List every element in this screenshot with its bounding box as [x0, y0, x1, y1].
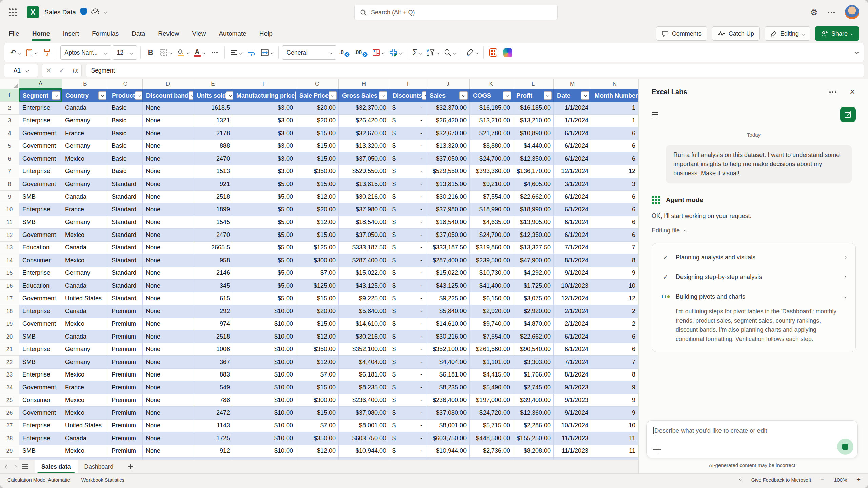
cell[interactable]: $37,080.00 — [339, 407, 389, 420]
cell[interactable]: $603,750.00 — [426, 432, 470, 445]
column-header-A[interactable]: A — [19, 79, 62, 89]
sensitivity-shield-icon[interactable] — [80, 7, 87, 17]
cell[interactable]: Basic — [108, 127, 143, 140]
cell[interactable]: $14,610.00 — [426, 318, 470, 331]
cell[interactable]: $15.00 — [296, 140, 339, 153]
cell[interactable]: Basic — [108, 152, 143, 165]
cell[interactable]: 10 — [591, 420, 638, 432]
cell[interactable]: $32,370.00 — [339, 102, 389, 115]
cell[interactable]: $3.00 — [233, 127, 296, 140]
copilot-icon[interactable] — [501, 45, 514, 60]
cell[interactable]: None — [143, 280, 193, 292]
cell[interactable]: Standard — [108, 267, 143, 280]
zoom-level[interactable]: 100% — [834, 477, 847, 483]
cell[interactable]: 12/1/2024 — [554, 165, 591, 178]
agent-step-running[interactable]: Building pivots and charts — [652, 287, 855, 306]
paste-button[interactable] — [24, 45, 39, 60]
cell[interactable]: $333,187.50 — [426, 242, 470, 255]
cell[interactable]: $6,150.00 — [470, 292, 513, 305]
row-header-21[interactable]: 21 — [0, 343, 19, 356]
cell[interactable]: $37,050.00 — [339, 229, 389, 242]
cell[interactable]: $4,404.00 — [426, 356, 470, 369]
editing-file-toggle[interactable]: Editing file — [652, 227, 856, 234]
cell[interactable]: $1,101.00 — [470, 356, 513, 369]
cell[interactable]: 6/1/2024 — [554, 216, 591, 229]
cell[interactable]: $- — [389, 178, 426, 191]
cell[interactable]: 11 — [591, 432, 638, 445]
cell[interactable]: Canada — [62, 432, 108, 445]
cell[interactable]: $- — [389, 152, 426, 165]
cell[interactable]: $- — [389, 394, 426, 407]
row-header-19[interactable]: 19 — [0, 318, 19, 331]
cell[interactable]: 1143 — [193, 420, 233, 432]
user-avatar[interactable] — [845, 5, 859, 19]
column-header-L[interactable]: L — [513, 79, 554, 89]
cell[interactable]: Germany — [62, 165, 108, 178]
cell[interactable]: Standard — [108, 292, 143, 305]
decrease-decimal-button[interactable]: .0 — [338, 45, 351, 60]
cell[interactable]: $12,360.00 — [513, 407, 554, 420]
cell[interactable]: 367 — [193, 356, 233, 369]
excel-labs-addin-icon[interactable] — [487, 45, 500, 60]
chat-input[interactable]: Describe what you'd like to create or ed… — [646, 420, 858, 458]
cell[interactable]: 6 — [591, 330, 638, 343]
undo-button[interactable]: ↶ — [8, 45, 22, 60]
row-header-27[interactable]: 27 — [0, 420, 19, 432]
cell[interactable]: $155,250.00 — [513, 432, 554, 445]
font-name-select[interactable]: Aptos Narr... — [60, 45, 111, 60]
cell[interactable]: $15,022.00 — [426, 267, 470, 280]
cell[interactable]: 888 — [193, 140, 233, 153]
autosave-cloud-icon[interactable] — [91, 8, 100, 17]
cell[interactable]: $4,440.00 — [513, 140, 554, 153]
cell[interactable]: $2,920.00 — [470, 305, 513, 318]
filter-button[interactable] — [503, 92, 511, 100]
cell[interactable]: 9 — [591, 381, 638, 394]
cell[interactable]: 1725 — [193, 432, 233, 445]
cell[interactable]: None — [143, 318, 193, 331]
cell[interactable]: $30,216.00 — [339, 191, 389, 204]
menu-tab-home[interactable]: Home — [32, 28, 50, 39]
cell[interactable]: $41,400.00 — [470, 280, 513, 292]
filter-button[interactable] — [379, 92, 387, 100]
add-sheet-button[interactable] — [127, 463, 134, 470]
cell[interactable]: $- — [389, 140, 426, 153]
cell[interactable]: Premium — [108, 318, 143, 331]
cell[interactable]: Premium — [108, 432, 143, 445]
cell[interactable]: $- — [389, 254, 426, 267]
cell[interactable]: 2518 — [193, 330, 233, 343]
cell[interactable]: 9/1/2024 — [554, 407, 591, 420]
cell[interactable]: $15.00 — [296, 292, 339, 305]
column-header-F[interactable]: F — [233, 79, 296, 89]
cell[interactable]: 1899 — [193, 203, 233, 216]
cell[interactable]: Premium — [108, 343, 143, 356]
menu-tab-view[interactable]: View — [192, 28, 206, 39]
excel-logo-icon[interactable]: X — [27, 6, 39, 18]
increase-decimal-button[interactable]: .00 — [353, 45, 369, 60]
cell[interactable]: None — [143, 292, 193, 305]
row-header-23[interactable]: 23 — [0, 369, 19, 382]
cell[interactable]: $8,208.00 — [513, 445, 554, 458]
cell[interactable]: $3.00 — [233, 115, 296, 127]
cell[interactable]: Mexico — [62, 254, 108, 267]
cancel-entry-icon[interactable]: ✕ — [46, 66, 52, 75]
cell[interactable]: None — [143, 369, 193, 382]
cell[interactable]: 2/1/2024 — [554, 318, 591, 331]
cell[interactable]: None — [143, 152, 193, 165]
cell[interactable]: $197,000.00 — [470, 394, 513, 407]
column-header-D[interactable]: D — [143, 79, 193, 89]
filter-button[interactable] — [581, 92, 589, 100]
cell[interactable]: Premium — [108, 420, 143, 432]
panel-close-icon[interactable]: × — [850, 87, 855, 97]
cell[interactable]: Germany — [62, 140, 108, 153]
cell[interactable]: $352,100.00 — [426, 343, 470, 356]
cell[interactable]: Premium — [108, 330, 143, 343]
cell[interactable]: $393,380.00 — [470, 165, 513, 178]
cell[interactable]: 9 — [591, 267, 638, 280]
cell[interactable]: $125.00 — [296, 280, 339, 292]
cell[interactable]: $18,540.00 — [339, 216, 389, 229]
number-format-select[interactable]: General — [282, 45, 336, 60]
cell[interactable]: Basic — [108, 140, 143, 153]
cell[interactable]: 549 — [193, 381, 233, 394]
cell[interactable]: SMB — [19, 356, 62, 369]
cell[interactable]: SMB — [19, 445, 62, 458]
